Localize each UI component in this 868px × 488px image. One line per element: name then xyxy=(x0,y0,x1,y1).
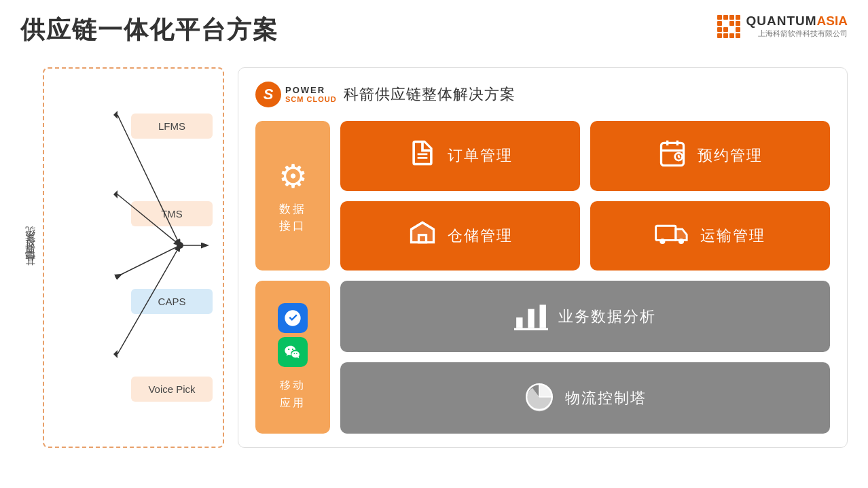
interface-label: 数据接口 xyxy=(279,201,306,235)
mobile-box: 移动应用 xyxy=(255,281,330,434)
truck-icon xyxy=(655,217,690,254)
warehouse-label: 仓储管理 xyxy=(448,226,513,246)
app-icons xyxy=(278,303,308,367)
svg-marker-6 xyxy=(113,111,117,119)
logo-area: QUANTUMASIA 上海科箭软件科技有限公司 xyxy=(717,14,848,39)
module-warehouse[interactable]: 仓储管理 xyxy=(340,201,580,271)
module-analytics[interactable]: 业务数据分析 xyxy=(340,281,830,352)
page-container: 供应链一体化平台方案 xyxy=(0,0,868,488)
appointment-label: 预约管理 xyxy=(698,145,763,166)
logo-subtitle: 上海科箭软件科技有限公司 xyxy=(746,29,848,39)
system-lfms: LFMS xyxy=(131,114,213,139)
svg-point-20 xyxy=(659,239,665,244)
power-s-icon: S xyxy=(255,82,281,107)
analytics-label: 业务数据分析 xyxy=(558,307,656,327)
logo-dots xyxy=(717,15,740,38)
right-panel: S POWER SCM CLOUD 科箭供应链整体解决方案 ⚙ 数据接口 xyxy=(238,67,848,448)
svg-point-4 xyxy=(177,242,183,249)
logo-asia: ASIA xyxy=(817,14,848,29)
modules-top-row: 订单管理 xyxy=(340,121,830,271)
left-dashed-box: LFMS TMS CAPS Voice Pick xyxy=(43,67,224,448)
right-header-title: 科箭供应链整体解决方案 xyxy=(344,84,516,105)
left-panel: 其他需要对接系统 LFMS TMS CAPS Voice Pick xyxy=(20,67,224,448)
pie-chart-icon xyxy=(524,382,555,415)
module-logistics[interactable]: 物流控制塔 xyxy=(340,362,830,434)
system-caps: CAPS xyxy=(131,289,213,314)
power-line2: SCM CLOUD xyxy=(285,95,337,103)
gear-icon: ⚙ xyxy=(278,157,308,195)
module-transport[interactable]: 运输管理 xyxy=(590,201,830,271)
left-col: ⚙ 数据接口 xyxy=(255,121,330,434)
wechat-icon xyxy=(278,337,308,367)
module-appointment[interactable]: 预约管理 xyxy=(590,121,830,191)
right-cols: 订单管理 xyxy=(340,121,830,434)
mobile-label: 移动应用 xyxy=(280,377,306,411)
svg-point-21 xyxy=(679,239,684,244)
power-text: POWER SCM CLOUD xyxy=(285,86,337,103)
calendar-icon xyxy=(657,138,687,174)
modules-grid: ⚙ 数据接口 xyxy=(255,121,830,434)
svg-rect-19 xyxy=(656,226,676,241)
system-voice-pick: Voice Pick xyxy=(131,377,213,402)
system-tms: TMS xyxy=(131,201,213,226)
analytics-icon xyxy=(514,300,548,333)
svg-rect-24 xyxy=(540,304,546,328)
header: 供应链一体化平台方案 xyxy=(20,14,848,47)
power-line1: POWER xyxy=(285,86,337,95)
main-content: 其他需要对接系统 LFMS TMS CAPS Voice Pick xyxy=(20,67,848,448)
module-order[interactable]: 订单管理 xyxy=(340,121,580,191)
modules-bottom-row: 业务数据分析 xyxy=(340,281,830,434)
document-icon xyxy=(408,138,437,174)
logo-text: QUANTUMASIA 上海科箭软件科技有限公司 xyxy=(746,14,848,39)
order-label: 订单管理 xyxy=(448,145,513,166)
svg-marker-8 xyxy=(113,350,117,358)
left-label: 其他需要对接系统 xyxy=(20,67,39,448)
svg-rect-23 xyxy=(528,309,534,328)
power-logo: S POWER SCM CLOUD xyxy=(255,82,337,107)
logistics-label: 物流控制塔 xyxy=(565,388,647,408)
interface-box: ⚙ 数据接口 xyxy=(255,121,330,271)
app-store-icon xyxy=(278,303,308,333)
svg-rect-22 xyxy=(516,317,522,328)
page-title: 供应链一体化平台方案 xyxy=(20,14,278,47)
logo-quantum: QUANTUM xyxy=(746,14,816,29)
transport-label: 运输管理 xyxy=(700,226,765,246)
warehouse-icon xyxy=(408,217,437,254)
right-header: S POWER SCM CLOUD 科箭供应链整体解决方案 xyxy=(255,82,830,107)
svg-line-2 xyxy=(121,245,180,275)
svg-marker-7 xyxy=(113,190,117,198)
